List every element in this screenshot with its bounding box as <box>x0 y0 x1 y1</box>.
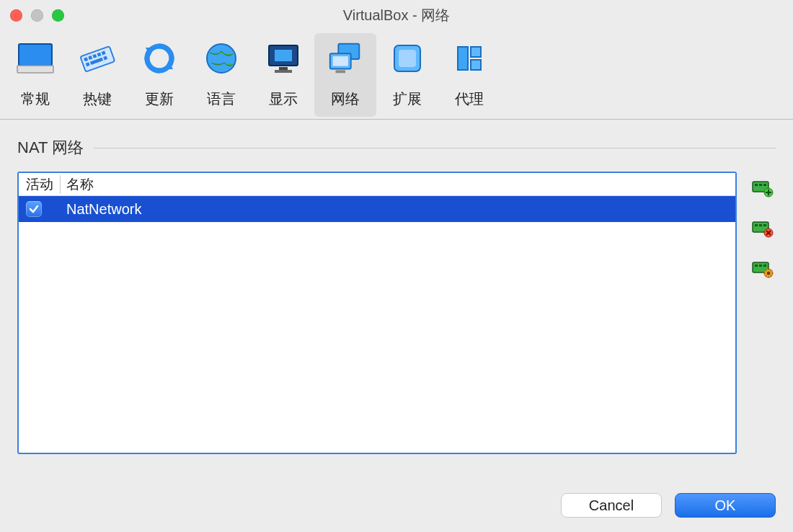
refresh-icon <box>140 39 179 78</box>
titlebar: VirtualBox - 网络 <box>0 0 793 30</box>
tab-label: 网络 <box>331 89 360 109</box>
section-header: NAT 网络 <box>0 120 793 159</box>
column-name[interactable]: 名称 <box>61 175 735 194</box>
svg-rect-29 <box>759 184 762 186</box>
add-nat-button[interactable] <box>752 179 774 199</box>
remove-nat-button[interactable] <box>752 219 774 239</box>
maximize-window-button[interactable] <box>52 9 64 22</box>
tab-extension[interactable]: 扩展 <box>376 33 438 117</box>
svg-rect-23 <box>399 50 416 67</box>
window-title: VirtualBox - 网络 <box>0 6 793 25</box>
globe-icon <box>202 39 241 78</box>
svg-rect-39 <box>759 265 762 267</box>
tab-label: 显示 <box>269 89 298 109</box>
svg-point-42 <box>767 272 771 275</box>
divider <box>94 148 776 148</box>
svg-rect-25 <box>471 47 481 57</box>
extension-icon <box>388 39 427 78</box>
tab-label: 更新 <box>145 89 174 109</box>
tab-label: 语言 <box>207 89 236 109</box>
svg-rect-21 <box>336 70 346 73</box>
tab-general[interactable]: 常规 <box>4 33 66 117</box>
svg-rect-28 <box>755 184 758 186</box>
tab-label: 代理 <box>455 89 484 109</box>
edit-nat-button[interactable] <box>752 260 774 280</box>
tab-hotkeys[interactable]: 热键 <box>66 33 128 117</box>
svg-rect-1 <box>17 66 53 73</box>
tab-label: 热键 <box>83 89 112 109</box>
svg-point-13 <box>207 44 236 73</box>
checkbox-active[interactable] <box>26 201 42 217</box>
window-controls <box>10 9 64 22</box>
keyboard-icon <box>78 39 117 78</box>
monitor-icon <box>16 39 55 78</box>
tab-proxy[interactable]: 代理 <box>438 33 500 117</box>
svg-rect-20 <box>333 56 348 66</box>
preferences-toolbar: 常规 热键 <box>0 30 793 120</box>
nat-edit-icon <box>752 260 774 278</box>
close-window-button[interactable] <box>10 9 22 22</box>
svg-rect-17 <box>275 70 292 73</box>
svg-rect-15 <box>275 50 292 61</box>
cancel-button[interactable]: Cancel <box>561 493 662 518</box>
side-actions <box>750 179 776 280</box>
cell-active <box>19 201 61 217</box>
display-icon <box>264 39 303 78</box>
svg-rect-40 <box>763 265 766 267</box>
svg-rect-26 <box>471 60 481 70</box>
column-active[interactable]: 活动 <box>19 175 61 194</box>
svg-rect-34 <box>759 224 762 226</box>
svg-rect-16 <box>279 67 288 70</box>
minimize-window-button[interactable] <box>31 9 43 22</box>
tab-language[interactable]: 语言 <box>190 33 252 117</box>
table-row[interactable]: NatNetwork <box>19 196 735 222</box>
ok-button[interactable]: OK <box>675 493 776 518</box>
check-icon <box>29 204 39 214</box>
nat-add-icon <box>752 179 774 198</box>
svg-rect-35 <box>763 224 766 226</box>
section-title: NAT 网络 <box>17 137 84 159</box>
nat-remove-icon <box>752 219 774 238</box>
proxy-icon <box>450 39 489 78</box>
content-area: 活动 名称 NatNetwork <box>0 159 793 454</box>
tab-label: 扩展 <box>393 89 422 109</box>
svg-rect-24 <box>458 47 468 70</box>
tab-update[interactable]: 更新 <box>128 33 190 117</box>
tab-network[interactable]: 网络 <box>314 33 376 117</box>
cell-name: NatNetwork <box>61 201 735 218</box>
network-icon <box>326 39 365 78</box>
tab-display[interactable]: 显示 <box>252 33 314 117</box>
svg-rect-33 <box>755 224 758 226</box>
nat-networks-table[interactable]: 活动 名称 NatNetwork <box>17 172 737 454</box>
dialog-footer: Cancel OK <box>561 493 776 518</box>
svg-rect-30 <box>763 184 766 186</box>
svg-rect-0 <box>19 44 52 66</box>
tab-label: 常规 <box>21 89 50 109</box>
svg-rect-38 <box>755 265 758 267</box>
table-header: 活动 名称 <box>19 173 735 196</box>
